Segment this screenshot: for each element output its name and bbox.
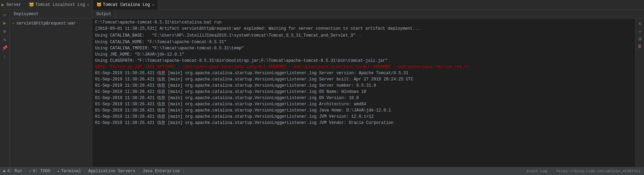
check-icon: ✓ bbox=[12, 21, 15, 26]
java-enterprise-status-item[interactable]: Java Enterprise bbox=[139, 169, 184, 174]
log-text-15: 01-Sep-2019 11:30:26.421 信息 [main] org.a… bbox=[95, 114, 374, 120]
log-line-15: 01-Sep-2019 11:30:26.421 信息 [main] org.a… bbox=[92, 114, 635, 120]
left-sidebar: ↺ ▶ ⚙ ⇅ 📌 ↓ bbox=[0, 10, 10, 167]
java-enterprise-label: Java Enterprise bbox=[143, 169, 180, 174]
run-panel: Deployment Output ✓ servlet&http&request… bbox=[10, 10, 644, 167]
tab-localhost-close[interactable]: ✕ bbox=[87, 3, 89, 7]
tab-bar: ▶ Server 🐱 Tomcat Localhost Log ✕ 🐱 Tomc… bbox=[0, 0, 644, 10]
todo-label: 6: TODO bbox=[33, 169, 50, 174]
log-text-11: 01-Sep-2019 11:30:26.421 信息 [main] org.a… bbox=[95, 89, 366, 95]
tab-catalina-log[interactable]: 🐱 Tomcat Catalina Log ✕ bbox=[93, 0, 158, 10]
log-text-10: 01-Sep-2019 11:30:26.421 信息 [main] org.a… bbox=[95, 82, 376, 89]
deployment-item[interactable]: ✓ servlet&http&request:war bbox=[10, 20, 92, 27]
tab-localhost-log[interactable]: 🐱 Tomcat Localhost Log ✕ bbox=[25, 0, 93, 10]
status-bar: ▶ 4: Run ✓ 6: TODO ▸ Terminal Applicatio… bbox=[0, 167, 644, 175]
output-pane[interactable]: F:\Tomcat\apache-tomcat-8.5.31\bin\catal… bbox=[92, 19, 635, 167]
log-line-1: [2019-09-01 11:30:25,531] Artifact servl… bbox=[92, 26, 635, 32]
app-servers-status-item[interactable]: Application Servers bbox=[85, 169, 139, 174]
log-line-5: Using JRE_HOME: "D:\JAVA\jdk-12.0.1" bbox=[92, 51, 635, 58]
log-line-0: F:\Tomcat\apache-tomcat-8.5.31\bin\catal… bbox=[92, 19, 635, 26]
pin-button[interactable]: 📌 bbox=[1, 44, 9, 52]
tab-localhost-icon: 🐱 bbox=[29, 2, 34, 7]
run-label: 4: Run bbox=[7, 169, 22, 174]
log-line-6: Using CLASSPATH: "F:\Tomcat\apache-tomca… bbox=[92, 58, 635, 64]
log-line-11: 01-Sep-2019 11:30:26.421 信息 [main] org.a… bbox=[92, 89, 635, 95]
terminal-status-item[interactable]: ▸ Terminal bbox=[54, 169, 85, 174]
server-icon: ▶ bbox=[1, 2, 4, 8]
terminal-icon: ▸ bbox=[58, 169, 60, 173]
sync-button[interactable]: ⇅ bbox=[1, 36, 9, 43]
deployment-item-label: servlet&http&request:war bbox=[16, 21, 76, 26]
down-button[interactable]: ↓ bbox=[1, 52, 9, 60]
split-pane: ✓ servlet&http&request:war F:\Tomcat\apa… bbox=[10, 19, 644, 167]
log-line-8: 01-Sep-2019 11:30:26.421 信息 [main] org.a… bbox=[92, 70, 635, 76]
terminal-label: Terminal bbox=[61, 169, 81, 174]
log-text-3: Using CATALINA_HOME: "F:\Tomcat\apache-t… bbox=[95, 39, 227, 45]
todo-status-item[interactable]: ✓ 6: TODO bbox=[26, 169, 54, 174]
log-line-2: Using CATALINA_BASE: "C:\Users\HP\.Intel… bbox=[92, 32, 635, 39]
clear-button[interactable]: 🗑 bbox=[636, 43, 643, 50]
wrap-button[interactable]: ↵ bbox=[636, 28, 643, 35]
settings-button[interactable]: ⚙ bbox=[1, 28, 9, 35]
log-text-0: F:\Tomcat\apache-tomcat-8.5.31\bin\catal… bbox=[95, 19, 221, 26]
right-toolbar: ⇅ ↵ 🖨 🗑 bbox=[635, 19, 644, 167]
tab-catalina-close[interactable]: ✕ bbox=[152, 3, 154, 7]
todo-icon: ✓ bbox=[29, 169, 32, 173]
deployment-header: Deployment bbox=[10, 10, 92, 18]
tab-localhost-label: Tomcat Localhost Log bbox=[35, 2, 85, 7]
log-line-10: 01-Sep-2019 11:30:26.421 信息 [main] org.a… bbox=[92, 82, 635, 89]
log-line-4: Using CATALINA_TMPDIR: "F:\Tomcat\apache… bbox=[92, 45, 635, 51]
scroll-up-button[interactable]: ⇅ bbox=[636, 20, 643, 27]
log-line-14: 01-Sep-2019 11:30:26.421 信息 [main] org.a… bbox=[92, 107, 635, 114]
status-left: ▶ 4: Run ✓ 6: TODO ▸ Terminal Applicatio… bbox=[0, 169, 523, 174]
log-text-7: NOTE: Picked up JDK_JAVA_OPTIONS: --add-… bbox=[95, 64, 469, 70]
restart-button[interactable]: ↺ bbox=[1, 11, 9, 19]
log-line-7: NOTE: Picked up JDK_JAVA_OPTIONS: --add-… bbox=[92, 64, 635, 70]
resume-button[interactable]: ▶ bbox=[1, 19, 9, 27]
deployment-label: Deployment bbox=[14, 12, 39, 17]
log-text-6: Using CLASSPATH: "F:\Tomcat\apache-tomca… bbox=[95, 58, 388, 64]
log-text-12: 01-Sep-2019 11:30:26.421 信息 [main] org.a… bbox=[95, 95, 359, 101]
deployment-pane: ✓ servlet&http&request:war bbox=[10, 19, 92, 167]
log-line-16: 01-Sep-2019 11:30:26.421 信息 [main] org.a… bbox=[92, 120, 635, 126]
log-text-4: Using CATALINA_TMPDIR: "F:\Tomcat\apache… bbox=[95, 45, 244, 51]
log-line-9: 01-Sep-2019 11:30:26.421 信息 [main] org.a… bbox=[92, 76, 635, 82]
run-status-item[interactable]: ▶ 4: Run bbox=[0, 169, 26, 174]
event-log-label[interactable]: Event Log bbox=[527, 169, 547, 173]
log-text-5: Using JRE_HOME: "D:\JAVA\jdk-12.0.1" bbox=[95, 51, 184, 58]
log-text-1: [2019-09-01 11:30:25,531] Artifact servl… bbox=[95, 26, 420, 32]
panel-header: Deployment Output bbox=[10, 10, 644, 19]
log-text-16: 01-Sep-2019 11:30:26.421 信息 [main] org.a… bbox=[95, 120, 394, 126]
log-text-13: 01-Sep-2019 11:30:26.421 信息 [main] org.a… bbox=[95, 101, 366, 107]
log-line-3: Using CATALINA_HOME: "F:\Tomcat\apache-t… bbox=[92, 39, 635, 45]
log-text-8: 01-Sep-2019 11:30:26.421 信息 [main] org.a… bbox=[95, 70, 408, 76]
tab-catalina-label: Tomcat Catalina Log bbox=[103, 2, 150, 7]
log-line-12: 01-Sep-2019 11:30:26.421 信息 [main] org.a… bbox=[92, 95, 635, 101]
log-line-13: 01-Sep-2019 11:30:26.421 信息 [main] org.a… bbox=[92, 101, 635, 107]
log-text-9: 01-Sep-2019 11:30:26.421 信息 [main] org.a… bbox=[95, 76, 413, 82]
main-content: ↺ ▶ ⚙ ⇅ 📌 ↓ Deployment Output ✓ servlet&… bbox=[0, 10, 644, 167]
red-arrow-indicator: ↖ bbox=[359, 32, 362, 39]
app-servers-label: Application Servers bbox=[88, 169, 135, 174]
print-button[interactable]: 🖨 bbox=[636, 35, 643, 42]
run-icon: ▶ bbox=[3, 169, 6, 173]
output-label: Output bbox=[96, 12, 111, 17]
server-label: Server bbox=[6, 2, 21, 7]
output-header: Output bbox=[92, 10, 116, 18]
tab-catalina-icon: 🐱 bbox=[96, 2, 102, 7]
url-label: https://blog.csdn.net/weixin_42387411 bbox=[557, 169, 641, 173]
log-text-14: 01-Sep-2019 11:30:26.421 信息 [main] org.a… bbox=[95, 107, 391, 114]
log-text-2: Using CATALINA_BASE: "C:\Users\HP\.Intel… bbox=[95, 32, 362, 39]
status-right: Event Log https://blog.csdn.net/weixin_4… bbox=[523, 169, 644, 173]
